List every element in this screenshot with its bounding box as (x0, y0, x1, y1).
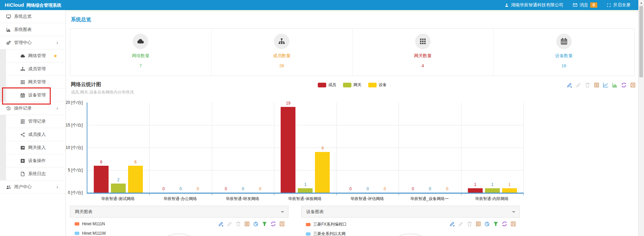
refresh-icon[interactable] (501, 221, 508, 227)
pie-chart-arc (150, 234, 209, 236)
pie-legend-label: 三菱全系列以太网 (313, 231, 346, 236)
pie-chart-icon[interactable] (484, 221, 490, 227)
sidebar-item-system-charts[interactable]: 系统图表 (0, 23, 66, 36)
sidebar-item-member-management[interactable]: 成员管理 (0, 63, 66, 76)
x-axis-category-label: 华辰智通_设备网络一 (398, 196, 460, 202)
chart-plot-area: 20 [个/台]15 [个/台]10 [个/台]5 [个/台]0 [个/台] 6… (66, 103, 639, 194)
clear-trash-icon[interactable] (235, 221, 241, 227)
scrollbar-up-arrow[interactable]: ▲ (639, 0, 644, 6)
users-icon (6, 185, 11, 190)
scrollbar-thumb[interactable] (639, 6, 643, 77)
brand-name: HiCloud (5, 2, 24, 8)
bar-value-label: 19 (277, 101, 299, 106)
sidebar-item-gateway-access[interactable]: 网关接入 (0, 141, 66, 154)
sidebar-item-label: 网络管理 (28, 53, 46, 59)
bar-value-label: 1 (294, 182, 317, 187)
clear-trash-icon[interactable] (585, 82, 591, 88)
unmark-pencil-icon[interactable] (227, 221, 233, 227)
funnel-icon[interactable] (261, 221, 268, 227)
sidebar-item-device-management[interactable]: 设备管理 (0, 89, 66, 102)
bar-group-column: 0 (377, 103, 392, 193)
stat-card-gateway: 网关数量4 (352, 29, 493, 76)
y-axis-labels: 20 [个/台]15 [个/台]10 [个/台]5 [个/台]0 [个/台] (66, 103, 85, 193)
sidebar-item-device-operation[interactable]: 设备操作 (0, 154, 66, 167)
stat-value: 4 (421, 63, 424, 68)
chart-category-slot: 000 (337, 103, 399, 193)
pie-legend-item[interactable]: 三菱FX系列编程口 (306, 222, 347, 227)
sidebar-item-system-logs[interactable]: 系统日志 (0, 167, 66, 181)
mark-pencil-icon[interactable] (449, 221, 455, 227)
mark-pencil-icon[interactable] (566, 82, 572, 88)
bar-value-label: 9 (311, 146, 334, 151)
unmark-pencil-icon[interactable] (575, 82, 581, 88)
refresh-icon[interactable] (621, 82, 627, 88)
messages-button[interactable]: 消息 0 (573, 2, 597, 8)
calendar-icon (20, 93, 25, 98)
sitemap-icon (278, 38, 285, 45)
legend-item-member[interactable]: 成员 (318, 82, 336, 88)
stat-value: 26 (279, 63, 284, 68)
chevron-down-icon[interactable]: › (511, 211, 517, 212)
device-chart-panel: 设备图表 › 三菱FX系列编程口三菱全系列以太网 (301, 206, 520, 236)
refresh-icon[interactable] (270, 221, 276, 227)
x-axis-category-label: 华辰智通-内部网络 (461, 196, 523, 202)
vertical-scrollbar[interactable]: ▲ (638, 0, 644, 236)
save-image-icon[interactable] (510, 221, 516, 227)
legend-label: 成员 (328, 82, 336, 88)
sidebar-item-network-management[interactable]: 网络管理★ (0, 49, 66, 63)
chevron-down-icon[interactable]: › (279, 211, 285, 212)
pie-legend-item[interactable]: 三菱全系列以太网 (306, 231, 346, 236)
cloud-icon (20, 53, 25, 58)
sidebar-item-label: 系统日志 (28, 171, 46, 177)
bar-group-column: 19 (281, 103, 295, 193)
data-view-icon[interactable] (475, 221, 481, 227)
sidebar-item-user-center[interactable]: 用户中心› (0, 181, 66, 194)
pie-chart-icon[interactable] (253, 221, 259, 227)
legend-swatch (368, 83, 377, 87)
clear-trash-icon[interactable] (467, 221, 473, 227)
sidebar-item-member-access[interactable]: 成员接入 (0, 128, 66, 141)
pie-legend-item[interactable]: Hinet M111N (75, 222, 105, 226)
bar-group-column: 1 (502, 103, 517, 193)
legend-item-gateway[interactable]: 网关 (343, 82, 362, 88)
sidebar-item-gateway-management[interactable]: 网关管理 (0, 76, 66, 89)
sidebar-item-management-center[interactable]: 管理中心› (0, 36, 66, 49)
unmark-pencil-icon[interactable] (458, 221, 464, 227)
line-chart-icon[interactable] (603, 82, 609, 88)
sidebar-item-label: 用户中心 (14, 184, 32, 190)
data-view-icon[interactable] (594, 82, 600, 88)
bar-device (128, 166, 143, 193)
stat-label: 网络数量 (132, 53, 149, 59)
bar-gateway (485, 188, 500, 193)
sidebar-item-system-overview[interactable]: 系统总览 (0, 10, 66, 23)
mark-pencil-icon[interactable] (218, 221, 224, 227)
chart-toolbox (566, 82, 636, 88)
plus-square-icon (20, 158, 25, 163)
bar-chart-icon[interactable] (612, 82, 618, 88)
company-account[interactable]: 湖南华辰智通科技有限公司 (505, 2, 563, 8)
gateway-chart-panel: 网关图表 › Hinet M111NHinet M111W (70, 206, 288, 236)
bar-group-column: 1 (468, 103, 483, 193)
bar-group-column: 0 (191, 103, 205, 193)
bar-group-column: 1 (485, 103, 500, 193)
fullscreen-button[interactable]: 开启全屏 (607, 2, 631, 8)
save-image-icon[interactable] (279, 221, 285, 227)
device-panel-header[interactable]: 设备图表 › (301, 206, 520, 218)
device-panel-body: 三菱FX系列编程口三菱全系列以太网 (301, 218, 520, 236)
chart-category-slot: 000 (399, 103, 461, 193)
bar-value-label: 6 (124, 160, 147, 164)
bar-gateway (298, 188, 313, 193)
panel-title: 设备图表 (306, 209, 324, 215)
bar-value-label: 6 (90, 160, 113, 164)
bar-value-label: 0 (436, 187, 458, 191)
sidebar-item-management-records[interactable]: 管理记录 (0, 115, 66, 128)
funnel-icon[interactable] (493, 221, 499, 227)
app-brand: HiCloud 网络综合管理系统 (5, 2, 62, 8)
sidebar-item-operation-records[interactable]: 操作记录› (0, 102, 66, 115)
data-view-icon[interactable] (244, 221, 250, 227)
chart-legend: 成员网关设备 (318, 82, 387, 88)
gateway-panel-header[interactable]: 网关图表 › (70, 206, 288, 218)
pie-legend-item[interactable]: Hinet M111W (75, 231, 106, 236)
save-image-icon[interactable] (630, 82, 636, 88)
legend-item-device[interactable]: 设备 (368, 82, 387, 88)
